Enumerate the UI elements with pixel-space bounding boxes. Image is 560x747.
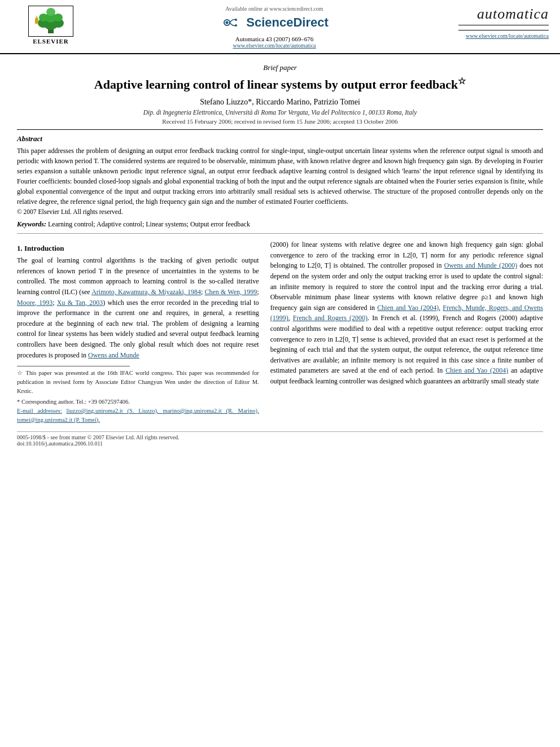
main-content: Brief paper Adaptive learning control of… — [0, 54, 560, 451]
elsevier-logo-section: ELSEVIER — [11, 6, 90, 45]
footnote-star-text: This paper was presented at the 16th IFA… — [17, 370, 259, 394]
column-left: 1. Introduction The goal of learning con… — [17, 239, 259, 424]
keywords-label: Keywords: — [17, 220, 46, 228]
footnote-corr-text: * Corresponding author. Tel.: +39 067259… — [17, 399, 130, 405]
svg-point-7 — [46, 8, 55, 16]
para3c: . In French et al. (1999), French and Ro… — [270, 314, 543, 374]
sep2: ; — [257, 288, 259, 296]
footnote-corr: * Corresponding author. Tel.: +39 067259… — [17, 397, 259, 407]
ref-chen[interactable]: Chen & Wen, 1999 — [205, 288, 257, 296]
abstract-body: This paper addresses the problem of desi… — [17, 147, 543, 206]
abstract-text: This paper addresses the problem of desi… — [17, 146, 543, 217]
keywords: Keywords: Learning control; Adaptive con… — [17, 220, 543, 229]
rule-after-abstract — [17, 233, 543, 234]
title-star: ☆ — [458, 76, 466, 86]
svg-point-5 — [39, 14, 48, 21]
column-right: (2000) for linear systems with relative … — [270, 239, 543, 424]
section1-heading: 1. Introduction — [17, 244, 259, 253]
footnote-star-symbol: ☆ — [17, 370, 26, 376]
issn-text: 0005-1098/$ - see front matter © 2007 El… — [17, 434, 180, 440]
email-label: E-mail addresses: — [17, 408, 62, 414]
keywords-text: Learning control; Adaptive control; Line… — [48, 220, 250, 228]
section1-body-right: (2000) for linear systems with relative … — [270, 239, 543, 386]
ref-moore[interactable]: Moore, 1993 — [17, 299, 53, 307]
elsevier-tree-icon — [31, 7, 71, 36]
svg-point-12 — [226, 21, 229, 24]
bottom-info: 0005-1098/$ - see front matter © 2007 El… — [17, 431, 543, 447]
journal-url: www.elsevier.com/locate/automatica — [233, 42, 316, 49]
ref-chien-yao2[interactable]: Chien and Yao (2004) — [445, 366, 508, 374]
two-column-body: 1. Introduction The goal of learning con… — [17, 239, 543, 424]
automatica-brand: automatica — [477, 6, 549, 23]
svg-point-13 — [235, 19, 237, 21]
ref-owens-munde[interactable]: Owens and Munde — [88, 351, 139, 359]
available-online-text: Available online at www.sciencedirect.co… — [225, 6, 323, 12]
copyright-line: © 2007 Elsevier Ltd. All rights reserved… — [17, 208, 123, 215]
affiliation: Dip. di Ingegneria Elettronica, Universi… — [17, 109, 543, 116]
svg-point-6 — [54, 14, 63, 21]
intro-para2: which uses the error recorded in the pre… — [17, 299, 259, 359]
paper-title: Adaptive learning control of linear syst… — [40, 76, 520, 93]
elsevier-label: ELSEVIER — [33, 38, 69, 45]
footnote-star: ☆ This paper was presented at the 16th I… — [17, 369, 259, 395]
authors: Stefano Liuzzo*, Riccardo Marino, Patriz… — [17, 98, 543, 107]
abstract-section: Abstract This paper addresses the proble… — [17, 134, 543, 229]
sciencedirect-logo: ScienceDirect — [220, 14, 329, 31]
ref-french-rogers[interactable]: French and Rogers (2000) — [293, 314, 368, 322]
doi-text: doi:10.1016/j.automatica.2006.10.011 — [17, 440, 103, 447]
footnote-rule — [17, 366, 130, 366]
brand-rule-bottom — [458, 30, 549, 30]
header-center: Available online at www.sciencedirect.co… — [90, 6, 458, 49]
svg-point-14 — [235, 24, 237, 27]
elsevier-logo: ELSEVIER — [11, 6, 90, 45]
elsevier-logo-box — [28, 6, 73, 37]
ref-arimoto[interactable]: Arimoto, Kawamura, & Miyazaki, 1984 — [91, 288, 201, 296]
footnote-email: E-mail addresses: liuzzo@ing.uniroma2.it… — [17, 407, 259, 425]
section1-body-left: The goal of learning control algorithms … — [17, 255, 259, 360]
elsevier-journal-url: www.elsevier.com/locate/automatica — [466, 33, 549, 39]
journal-volume: Automatica 43 (2007) 669–676 — [235, 36, 313, 42]
sciencedirect-icon — [220, 14, 243, 31]
page-header: ELSEVIER Available online at www.science… — [0, 0, 560, 54]
mid-fmro: , — [288, 314, 293, 322]
ref-owens-munde2[interactable]: Owens and Munde (2000) — [444, 261, 517, 269]
abstract-title: Abstract — [17, 134, 543, 143]
journal-brand: automatica www.elsevier.com/locate/autom… — [458, 6, 549, 39]
title-text: Adaptive learning control of linear syst… — [94, 77, 458, 91]
brand-rule-top — [458, 25, 549, 25]
svg-rect-9 — [36, 18, 38, 20]
ref-chien-yao[interactable]: Chien and Yao (2004) — [377, 304, 439, 312]
received-dates: Received 15 February 2006; received in r… — [17, 118, 543, 125]
sep3: ; — [53, 299, 57, 307]
sciencedirect-name: ScienceDirect — [246, 15, 329, 30]
paper-type: Brief paper — [17, 63, 543, 72]
rule-after-header — [17, 129, 543, 130]
ref-xu[interactable]: Xu & Tan, 2003 — [57, 299, 103, 307]
